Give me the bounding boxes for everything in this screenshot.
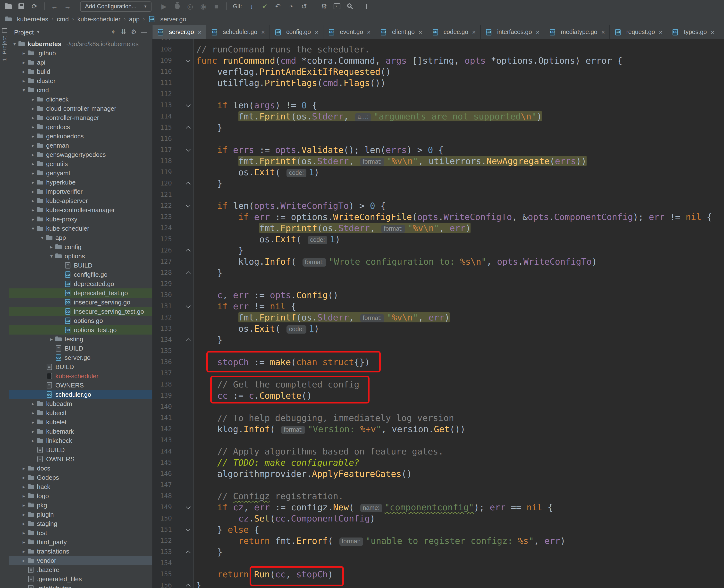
breadcrumb-item-app[interactable]: app <box>129 15 140 23</box>
fold-marker[interactable] <box>184 200 194 211</box>
tree-item-genyaml[interactable]: ▸genyaml <box>9 168 152 178</box>
tree-item-vendor[interactable]: ▸vendor <box>9 556 152 565</box>
tree-item-linkcheck[interactable]: ▸linkcheck <box>9 436 152 445</box>
tree-toggle-icon[interactable]: ▸ <box>20 558 27 563</box>
fold-marker[interactable] <box>184 122 194 133</box>
tree-toggle-icon[interactable]: ▸ <box>29 401 37 406</box>
tree-toggle-icon[interactable]: ▸ <box>29 115 37 121</box>
tree-toggle-icon[interactable]: ▸ <box>29 152 37 157</box>
tree-item-build[interactable]: ▸build <box>9 67 152 76</box>
tab-close-icon[interactable]: × <box>315 28 318 36</box>
tree-item-controller-manager[interactable]: ▸controller-manager <box>9 113 152 122</box>
fold-marker[interactable] <box>184 55 194 66</box>
tree-item-BUILD[interactable]: BUILD <box>9 445 152 455</box>
tree-toggle-icon[interactable]: ▸ <box>20 493 27 499</box>
tree-item-.bazelrc[interactable]: .bazelrc <box>9 565 152 574</box>
tree-toggle-icon[interactable]: ▸ <box>29 189 37 194</box>
tree-item-kubeadm[interactable]: ▸kubeadm <box>9 399 152 408</box>
tree-item-gendocs[interactable]: ▸gendocs <box>9 122 152 131</box>
tree-item-app[interactable]: ▾app <box>9 233 152 242</box>
tab-close-icon[interactable]: × <box>419 28 422 36</box>
tree-item-kube-scheduler[interactable]: kube-scheduler <box>9 372 152 381</box>
tree-item-config[interactable]: ▸config <box>9 242 152 252</box>
git-revert-icon[interactable]: ↶ <box>274 2 282 11</box>
tree-item-server.go[interactable]: server.go <box>9 353 152 362</box>
project-tool-window-label[interactable]: 1: Project <box>1 36 7 61</box>
coverage-icon[interactable]: ◎ <box>186 2 194 11</box>
tree-item-importverifier[interactable]: ▸importverifier <box>9 187 152 196</box>
tab-codec.go[interactable]: codec.go× <box>427 25 481 39</box>
tree-item-genutils[interactable]: ▸genutils <box>9 159 152 168</box>
tree-item-deprecated_test.go[interactable]: deprecated_test.go <box>9 289 152 298</box>
tree-item-.gitattributes[interactable]: .gitattributes <box>9 584 152 588</box>
fold-marker[interactable] <box>184 178 194 189</box>
tree-toggle-icon[interactable]: ▸ <box>29 106 37 111</box>
breadcrumb-item-cmd[interactable]: cmd <box>57 15 69 23</box>
fold-marker[interactable] <box>184 267 194 278</box>
tree-item-third_party[interactable]: ▸third_party <box>9 538 152 547</box>
tree-toggle-icon[interactable]: ▸ <box>20 78 27 84</box>
collapse-all-icon[interactable]: ⇊ <box>119 28 129 36</box>
tree-toggle-icon[interactable]: ▸ <box>20 484 27 489</box>
hide-icon[interactable]: — <box>139 28 149 36</box>
tree-toggle-icon[interactable]: ▸ <box>29 438 37 443</box>
tree-item-api[interactable]: ▸api <box>9 58 152 67</box>
tree-item-scheduler.go[interactable]: scheduler.go <box>9 390 152 399</box>
tree-toggle-icon[interactable]: ▸ <box>20 69 27 74</box>
breadcrumb-item-kube-scheduler[interactable]: kube-scheduler <box>77 15 121 23</box>
terminal-icon[interactable] <box>333 2 342 11</box>
fold-marker[interactable] <box>184 580 194 588</box>
tree-toggle-icon[interactable]: ▾ <box>20 87 27 93</box>
tree-item-BUILD[interactable]: BUILD <box>9 261 152 270</box>
profiler-icon[interactable]: ◉ <box>199 2 208 11</box>
tool-window-stripe[interactable]: 1: Project <box>0 25 9 588</box>
tab-scheduler.go[interactable]: scheduler.go× <box>206 25 270 39</box>
fold-marker[interactable] <box>184 245 194 256</box>
tree-toggle-icon[interactable]: ▸ <box>29 170 37 176</box>
fold-marker[interactable] <box>184 546 194 558</box>
tree-toggle-icon[interactable]: ▸ <box>20 549 27 554</box>
tree-toggle-icon[interactable]: ▾ <box>11 41 18 47</box>
tree-toggle-icon[interactable]: ▸ <box>29 97 37 102</box>
tree-toggle-icon[interactable]: ▸ <box>48 336 55 342</box>
tab-server.go[interactable]: server.go× <box>152 25 206 39</box>
tree-toggle-icon[interactable]: ▾ <box>39 235 46 240</box>
tab-event.go[interactable]: event.go× <box>323 25 376 39</box>
tree-item-logo[interactable]: ▸logo <box>9 491 152 501</box>
run-config-combo[interactable]: Add Configuration...▾ <box>80 1 151 12</box>
tree-toggle-icon[interactable]: ▸ <box>20 50 27 56</box>
tree-toggle-icon[interactable]: ▸ <box>20 521 27 526</box>
tree-item-cmd[interactable]: ▾cmd <box>9 85 152 95</box>
tree-item-kubelet[interactable]: ▸kubelet <box>9 418 152 427</box>
search-icon[interactable] <box>346 2 355 11</box>
tree-item-options.go[interactable]: options.go <box>9 316 152 325</box>
tree-item-plugin[interactable]: ▸plugin <box>9 510 152 519</box>
tree-item-test[interactable]: ▸test <box>9 528 152 538</box>
fold-marker[interactable] <box>184 100 194 111</box>
tab-request.go[interactable]: request.go× <box>610 25 667 39</box>
breadcrumb-item-server.go[interactable]: server.go <box>148 15 186 23</box>
copy-icon[interactable] <box>359 2 368 11</box>
undo-icon[interactable]: ↺ <box>300 2 308 11</box>
tree-item-options[interactable]: ▾options <box>9 252 152 261</box>
tree-toggle-icon[interactable]: ▸ <box>29 420 37 425</box>
tree-toggle-icon[interactable]: ▸ <box>29 429 37 434</box>
tree-toggle-icon[interactable]: ▸ <box>20 60 27 65</box>
tree-toggle-icon[interactable]: ▾ <box>48 253 55 259</box>
tree-item-kubectl[interactable]: ▸kubectl <box>9 408 152 418</box>
tab-config.go[interactable]: config.go× <box>270 25 323 39</box>
back-icon[interactable]: ← <box>50 2 59 11</box>
stop-icon[interactable]: ■ <box>212 2 221 11</box>
tree-toggle-icon[interactable]: ▸ <box>20 466 27 471</box>
tree-item-testing[interactable]: ▸testing <box>9 335 152 344</box>
chevron-down-icon[interactable]: ▾ <box>37 29 39 35</box>
tree-toggle-icon[interactable]: ▸ <box>29 410 37 416</box>
tree-toggle-icon[interactable]: ▸ <box>29 161 37 167</box>
tree-item-OWNERS[interactable]: OWNERS <box>9 381 152 390</box>
tab-close-icon[interactable]: × <box>659 28 663 36</box>
tab-client.go[interactable]: client.go× <box>376 25 427 39</box>
tree-toggle-icon[interactable]: ▸ <box>20 540 27 545</box>
code-area[interactable]: 107108// runCommand runs the scheduler.1… <box>152 39 724 588</box>
tree-item-Godeps[interactable]: ▸Godeps <box>9 473 152 482</box>
tree-item-hack[interactable]: ▸hack <box>9 482 152 491</box>
